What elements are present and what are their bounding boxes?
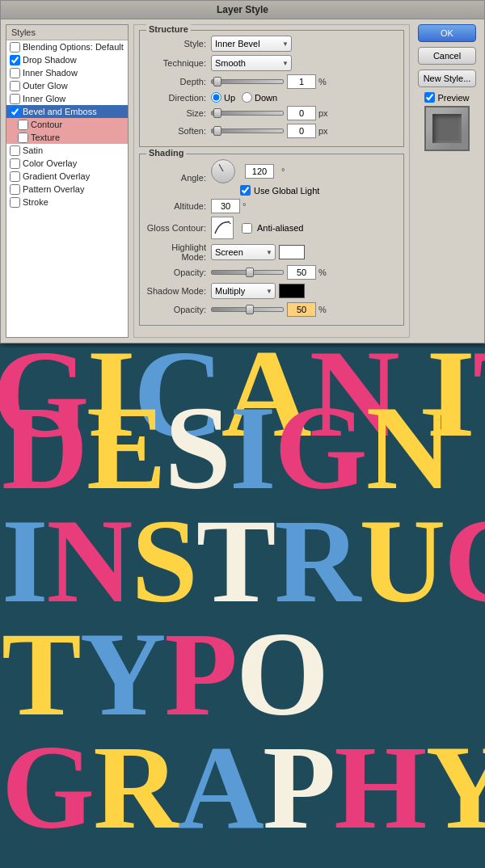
contour-checkbox[interactable] [18, 120, 28, 130]
depth-row: Depth: % [146, 74, 397, 89]
color-overlay-checkbox[interactable] [10, 158, 20, 169]
highlight-opacity-row: Opacity: % [146, 265, 397, 280]
pattern-overlay-label: Pattern Overlay [23, 184, 84, 194]
highlight-mode-select[interactable]: Screen [211, 244, 276, 260]
bevel-emboss-checkbox[interactable] [10, 107, 20, 117]
angle-input[interactable] [245, 164, 274, 179]
shadow-mode-select[interactable]: Multiply [211, 283, 276, 299]
direction-up-option[interactable]: Up [211, 92, 235, 103]
satin-label: Satin [23, 145, 43, 155]
altitude-input[interactable] [211, 199, 240, 213]
style-select-wrapper[interactable]: Inner Bevel [211, 36, 292, 52]
bevel-emboss-label: Bevel and Emboss [23, 107, 97, 116]
sidebar-item-contour[interactable]: Contour [6, 118, 128, 131]
depth-slider[interactable] [211, 79, 284, 84]
structure-section: Structure Style: Inner Bevel Technique: [139, 30, 404, 147]
texture-checkbox[interactable] [18, 133, 28, 143]
sidebar-item-drop-shadow[interactable]: Drop Shadow [6, 53, 128, 66]
shadow-mode-select-wrapper[interactable]: Multiply [211, 283, 276, 299]
preview-checkbox[interactable] [424, 92, 435, 103]
contour-preview[interactable] [211, 217, 234, 239]
background-area: GICAN ITYZ DESIGN INSTRUCT TYPO GRAPHY [0, 348, 485, 868]
soften-thumb[interactable] [213, 126, 221, 136]
left-panel: Styles Blending Options: Default Drop Sh… [6, 24, 129, 338]
technique-field-label: Technique: [146, 58, 211, 68]
inner-glow-checkbox[interactable] [10, 94, 20, 104]
angle-row: Angle: ° Use Global Light [146, 159, 397, 196]
outer-glow-checkbox[interactable] [10, 81, 20, 91]
size-slider[interactable] [211, 111, 284, 116]
shadow-opacity-input[interactable] [287, 302, 316, 317]
size-thumb[interactable] [213, 108, 221, 118]
direction-down-label: Down [255, 93, 277, 103]
technique-select-wrapper[interactable]: Smooth [211, 55, 292, 71]
gradient-overlay-checkbox[interactable] [10, 171, 20, 182]
size-unit: px [318, 108, 328, 118]
style-select[interactable]: Inner Bevel [211, 36, 292, 52]
direction-down-radio[interactable] [242, 92, 252, 103]
inner-glow-label: Inner Glow [23, 94, 65, 103]
direction-field-label: Direction: [146, 93, 211, 103]
sidebar-item-pattern-overlay[interactable]: Pattern Overlay [6, 183, 128, 196]
sidebar-item-color-overlay[interactable]: Color Overlay [6, 157, 128, 170]
highlight-color-swatch[interactable] [279, 245, 305, 259]
direction-up-radio[interactable] [211, 92, 221, 103]
right-panel: OK Cancel New Style... Preview [415, 24, 479, 338]
stroke-checkbox[interactable] [10, 197, 20, 208]
sidebar-item-texture[interactable]: Texture [6, 131, 128, 144]
texture-label: Texture [31, 133, 60, 142]
inner-shadow-checkbox[interactable] [10, 68, 20, 78]
drop-shadow-checkbox[interactable] [10, 55, 20, 65]
direction-up-label: Up [224, 93, 235, 103]
depth-thumb[interactable] [213, 77, 221, 86]
depth-input[interactable] [287, 74, 316, 89]
technique-select[interactable]: Smooth [211, 55, 292, 71]
shadow-color-swatch[interactable] [279, 284, 305, 298]
sidebar-item-inner-shadow[interactable]: Inner Shadow [6, 66, 128, 79]
sidebar-item-bevel-emboss[interactable]: Bevel and Emboss [6, 105, 128, 118]
altitude-field-label: Altitude: [146, 201, 211, 211]
angle-dial[interactable] [211, 159, 235, 183]
size-row: Size: px [146, 106, 397, 120]
sidebar-item-gradient-overlay[interactable]: Gradient Overlay [6, 170, 128, 183]
anti-aliased-checkbox[interactable] [242, 223, 252, 234]
global-light-checkbox[interactable] [240, 185, 251, 196]
ok-button[interactable]: OK [418, 24, 476, 42]
layer-style-dialog: Layer Style Styles Blending Options: Def… [0, 0, 485, 343]
highlight-opacity-input[interactable] [287, 265, 316, 280]
cancel-button[interactable]: Cancel [418, 47, 476, 65]
angle-field-label: Angle: [146, 173, 211, 183]
highlight-opacity-thumb[interactable] [246, 268, 254, 277]
shadow-opacity-slider[interactable] [211, 307, 284, 312]
sidebar-item-stroke[interactable]: Stroke [6, 196, 128, 209]
sidebar-item-satin[interactable]: Satin [6, 144, 128, 157]
direction-down-option[interactable]: Down [242, 92, 277, 103]
highlight-opacity-unit: % [318, 268, 327, 277]
satin-checkbox[interactable] [10, 145, 20, 156]
size-input[interactable] [287, 106, 316, 120]
angle-unit: ° [281, 166, 285, 176]
blending-options-checkbox[interactable] [10, 42, 20, 53]
contour-curve-icon [213, 219, 231, 237]
highlight-opacity-slider[interactable] [211, 270, 284, 275]
instruct-text-line: INSTRUCT [2, 501, 485, 621]
shadow-opacity-thumb[interactable] [246, 305, 254, 314]
soften-input[interactable] [287, 124, 316, 138]
new-style-button[interactable]: New Style... [418, 70, 476, 87]
depth-unit: % [318, 77, 327, 86]
pattern-overlay-checkbox[interactable] [10, 184, 20, 195]
gloss-contour-row: Gloss Contour: Anti-aliased [146, 217, 397, 239]
size-field-label: Size: [146, 108, 211, 118]
sidebar-item-blending-options[interactable]: Blending Options: Default [6, 40, 128, 53]
highlight-mode-field-label: Highlight Mode: [146, 242, 211, 262]
preview-checkbox-row[interactable]: Preview [424, 92, 469, 103]
sidebar-item-inner-glow[interactable]: Inner Glow [6, 92, 128, 105]
graphy-text-line: GRAPHY [2, 727, 485, 847]
soften-field-label: Soften: [146, 126, 211, 136]
soften-slider[interactable] [211, 129, 284, 133]
shading-section: Shading Angle: ° Use Global Light [139, 154, 404, 326]
altitude-unit: ° [242, 201, 246, 211]
highlight-mode-select-wrapper[interactable]: Screen [211, 244, 276, 260]
sidebar-item-outer-glow[interactable]: Outer Glow [6, 79, 128, 92]
highlight-mode-row: Highlight Mode: Screen [146, 242, 397, 262]
